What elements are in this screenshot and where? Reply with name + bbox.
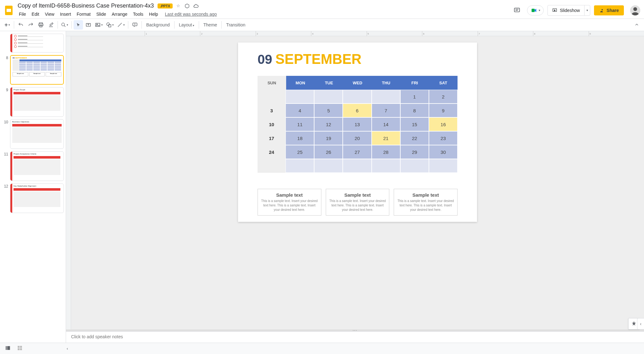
select-tool[interactable] (74, 20, 83, 30)
zoom-button[interactable] (60, 20, 69, 30)
grid-view-icon[interactable] (17, 345, 23, 352)
svg-point-14 (107, 23, 109, 25)
share-label: Share (607, 8, 619, 13)
cal-cell: 30 (429, 145, 458, 159)
paint-format-button[interactable] (46, 20, 56, 30)
svg-rect-20 (20, 346, 22, 348)
shape-tool[interactable] (105, 20, 115, 30)
ruler-horizontal: 123456789 (66, 31, 644, 36)
month-name: SEPTEMBER (275, 51, 362, 67)
svg-rect-3 (532, 8, 535, 12)
filmstrip[interactable]: 809 SEPTEMBERSample textSample textSampl… (0, 31, 66, 343)
cal-cell (286, 90, 314, 104)
layout-button[interactable]: Layout (176, 21, 197, 29)
svg-rect-1 (7, 9, 11, 12)
cal-cell: 22 (400, 131, 429, 145)
cal-cell (258, 90, 286, 104)
cal-cell (258, 159, 286, 173)
slide-canvas[interactable]: 09 SEPTEMBER SUNMONTUEWEDTHUFRISAT123456… (238, 42, 477, 222)
slideshow-dropdown[interactable]: ▾ (584, 5, 590, 15)
cal-cell: 19 (314, 131, 343, 145)
line-tool[interactable] (116, 20, 126, 30)
body: 809 SEPTEMBERSample textSample textSampl… (0, 31, 644, 343)
cal-cell: 6 (343, 104, 371, 117)
move-icon[interactable] (184, 3, 190, 9)
svg-point-10 (62, 23, 64, 26)
cloud-icon[interactable] (193, 3, 199, 9)
filmstrip-slide[interactable] (0, 32, 66, 54)
slideshow-button[interactable]: Slideshow (548, 5, 584, 15)
show-side-panel-icon[interactable]: ‹ (637, 318, 644, 329)
textbox-tool[interactable] (84, 20, 93, 30)
comments-icon[interactable] (511, 4, 523, 17)
speaker-notes[interactable]: Click to add speaker notes (66, 331, 644, 343)
cal-head-sun: SUN (258, 76, 286, 90)
cal-cell: 28 (372, 145, 400, 159)
cal-cell (314, 90, 343, 104)
last-edit-link[interactable]: Last edit was seconds ago (165, 12, 217, 17)
cal-cell: 23 (429, 131, 458, 145)
image-tool[interactable] (94, 20, 104, 30)
cal-cell (343, 90, 371, 104)
cal-cell: 24 (258, 145, 286, 159)
background-button[interactable]: Background (144, 21, 172, 29)
menu-arrange[interactable]: Arrange (109, 10, 130, 18)
cal-cell: 21 (372, 131, 400, 145)
menu-tools[interactable]: Tools (130, 10, 146, 18)
canvas-scroll[interactable]: 09 SEPTEMBER SUNMONTUEWEDTHUFRISAT123456… (71, 36, 644, 329)
new-slide-button[interactable]: +▾ (3, 20, 12, 30)
month-number: 09 (258, 52, 272, 67)
star-icon[interactable]: ☆ (175, 3, 181, 9)
collapse-toolbar-icon[interactable] (632, 20, 641, 30)
transition-button[interactable]: Transition (224, 21, 248, 29)
cal-cell: 3 (258, 104, 286, 117)
menu-file[interactable]: File (16, 10, 29, 18)
doc-title[interactable]: Copy of ItemID-6658-Business Case Presen… (16, 2, 155, 10)
svg-rect-18 (7, 346, 10, 350)
menu-view[interactable]: View (42, 10, 57, 18)
filmstrip-slide[interactable]: 809 SEPTEMBERSample textSample textSampl… (0, 54, 66, 86)
svg-rect-2 (514, 8, 520, 12)
calendar: SUNMONTUEWEDTHUFRISAT1234567891011121314… (258, 76, 458, 173)
slides-logo[interactable] (3, 4, 15, 17)
filmstrip-slide[interactable]: 10Business Objectives (0, 118, 66, 150)
svg-rect-19 (18, 346, 19, 348)
account-avatar[interactable] (630, 5, 640, 15)
menu-help[interactable]: Help (147, 10, 161, 18)
collapse-filmstrip-icon[interactable]: ‹ (67, 346, 68, 351)
cal-cell: 5 (314, 104, 343, 117)
cal-cell: 10 (258, 117, 286, 131)
print-button[interactable] (36, 20, 46, 30)
cal-cell: 2 (429, 90, 458, 104)
cal-cell: 7 (372, 104, 400, 117)
cal-head-sat: SAT (429, 76, 458, 90)
sample-text-box: Sample textThis is a sample text. Insert… (326, 189, 390, 216)
filmstrip-slide[interactable]: 11Project Acceptance Criteria (0, 150, 66, 182)
cal-cell: 9 (429, 104, 458, 117)
filmstrip-view-icon[interactable] (5, 345, 11, 352)
redo-button[interactable] (26, 20, 36, 30)
notes-splitter[interactable] (66, 329, 644, 331)
menu-format[interactable]: Format (74, 10, 93, 18)
cal-head-mon: MON (286, 76, 315, 90)
cal-head-wed: WED (343, 76, 372, 90)
meet-button[interactable]: ▾ (527, 5, 544, 15)
undo-button[interactable] (16, 20, 25, 30)
menu-insert[interactable]: Insert (58, 10, 74, 18)
cal-head-tue: TUE (315, 76, 343, 90)
comment-button[interactable] (130, 20, 140, 30)
cal-cell (372, 90, 400, 104)
cal-cell: 13 (343, 117, 371, 131)
filmstrip-slide[interactable]: 12Key Stakeholder Alignment (0, 182, 66, 214)
menu-edit[interactable]: Edit (29, 10, 42, 18)
share-button[interactable]: Share (594, 5, 624, 15)
theme-button[interactable]: Theme (201, 21, 220, 29)
menu-slide[interactable]: Slide (94, 10, 108, 18)
svg-rect-15 (108, 25, 111, 27)
cal-head-fri: FRI (400, 76, 429, 90)
filmstrip-slide[interactable]: 9Project Scope (0, 86, 66, 118)
cal-head-thu: THU (372, 76, 400, 90)
cal-cell (343, 159, 371, 173)
cal-cell: 20 (343, 131, 371, 145)
canvas-area: 123456789 09 SEPTEMBER SUNMONTUEWEDTHUFR… (66, 31, 644, 343)
